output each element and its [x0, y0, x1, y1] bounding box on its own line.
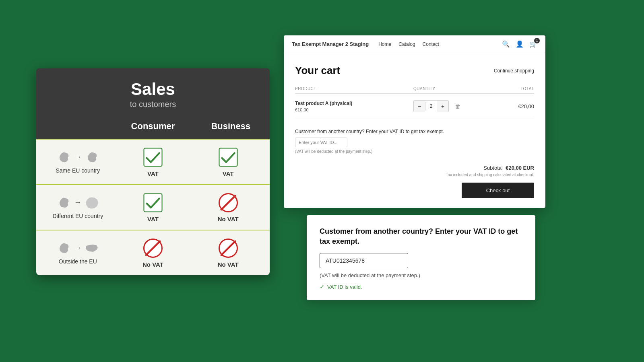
arrow-icon-diff: → [74, 198, 81, 207]
subtotal-value: €20,00 EUR [506, 165, 534, 171]
shop-content: Your cart Continue shopping PRODUCT QUAN… [284, 53, 545, 208]
usa-icon [84, 241, 100, 255]
vat-cell-business-same-eu: VAT [190, 147, 266, 177]
sales-card: Sales to customers Consumer Business → [36, 68, 270, 275]
vat-check-icon-consumer-same [142, 147, 163, 168]
continue-shopping-link[interactable]: Continue shopping [494, 68, 534, 74]
valid-check-icon: ✓ [320, 283, 325, 290]
search-icon[interactable]: 🔍 [502, 40, 510, 48]
germany-icon-right [84, 150, 100, 164]
vat-label-business-outside: No VAT [218, 261, 239, 268]
scenario-same-eu: → Same EU country [40, 150, 116, 174]
cart-table-header: PRODUCT QUANTITY TOTAL [295, 84, 534, 94]
item-total: €20,00 [494, 103, 534, 109]
qty-delete-btn[interactable]: 🗑 [452, 101, 463, 112]
checkout-btn[interactable]: Check out [462, 183, 534, 198]
germany-icon-diff [56, 196, 72, 210]
sales-row-outside-eu: → Outside the EU No VAT [36, 230, 270, 275]
vat-check-icon-business-same [218, 147, 239, 168]
nav-links: Home Catalog Contact [378, 41, 492, 47]
sales-header: Sales to customers [36, 68, 270, 117]
valid-text: VAT ID is valid. [327, 284, 362, 290]
cart-title-row: Your cart Continue shopping [295, 64, 534, 77]
quantity-section: − 2 + 🗑 [413, 100, 494, 112]
vat-cell-business-outside: No VAT [190, 238, 266, 268]
arrow-icon-outside: → [74, 244, 81, 252]
vat-section: Customer from another country? Enter you… [295, 125, 534, 154]
nav-icons: 🔍 👤 🛒 1 [502, 40, 537, 48]
country-icons-same-eu: → [56, 150, 100, 164]
account-icon[interactable]: 👤 [516, 40, 524, 48]
popup-valid-msg: ✓ VAT ID is valid. [320, 283, 522, 290]
vat-note-small: (VAT will be deducted at the payment ste… [295, 149, 534, 154]
germany-icon-outside [56, 241, 72, 255]
quantity-control: − 2 + [413, 100, 449, 112]
shop-nav: Tax Exempt Manager 2 Staging Home Catalo… [284, 35, 545, 53]
shop-card: Tax Exempt Manager 2 Staging Home Catalo… [284, 35, 545, 208]
nav-link-catalog[interactable]: Catalog [398, 41, 415, 47]
cart-item-row: Test product A (physical) €10,00 − 2 + 🗑… [295, 94, 534, 119]
vat-input-small[interactable] [295, 138, 347, 147]
col-total-label: TOTAL [494, 86, 534, 91]
vat-label-consumer-outside: No VAT [142, 261, 163, 268]
eu-other-icon [84, 196, 100, 210]
no-vat-icon-business-diff [218, 192, 239, 213]
cart-title: Your cart [295, 64, 340, 77]
col-quantity-label: QUANTITY [413, 86, 494, 91]
scenario-label-outside: Outside the EU [59, 258, 97, 265]
vat-check-icon-consumer-diff [142, 192, 163, 213]
vat-cell-consumer-same-eu: VAT [116, 147, 191, 177]
no-vat-icon-business-outside [218, 238, 239, 259]
vat-prompt-small: Customer from another country? Enter you… [295, 129, 534, 134]
product-name: Test product A (physical) [295, 101, 413, 106]
vat-cell-consumer-outside: No VAT [116, 238, 191, 268]
vat-label-business-diff: No VAT [218, 216, 239, 222]
product-info: Test product A (physical) €10,00 [295, 101, 413, 112]
cart-subtotal-section: Subtotal €20,00 EUR Tax included and shi… [295, 161, 534, 198]
country-icons-diff-eu: → [56, 196, 100, 210]
popup-vat-input[interactable] [320, 253, 408, 268]
no-vat-icon-consumer-outside [142, 238, 163, 259]
cart-badge: 1 [534, 38, 540, 43]
vat-label-consumer-same: VAT [147, 170, 159, 177]
vat-label-consumer-diff: VAT [147, 216, 159, 222]
shop-brand: Tax Exempt Manager 2 Staging [292, 41, 369, 47]
sales-row-diff-eu: → Different EU country VAT [36, 184, 270, 230]
scenario-label-diff-eu: Different EU country [52, 213, 103, 219]
scenario-outside-eu: → Outside the EU [40, 241, 116, 265]
qty-decrease-btn[interactable]: − [414, 101, 425, 112]
vat-cell-consumer-diff-eu: VAT [116, 192, 191, 222]
col-header-business: Business [192, 121, 270, 132]
vat-cell-business-diff-eu: No VAT [190, 192, 266, 222]
qty-value: 2 [425, 102, 437, 111]
sales-subtitle: to customers [44, 100, 262, 109]
sales-table-body: → Same EU country VAT [36, 139, 270, 275]
vat-label-business-same: VAT [223, 170, 234, 177]
popup-title: Customer from another country? Enter you… [320, 226, 522, 247]
qty-increase-btn[interactable]: + [437, 101, 448, 112]
popup-card: Customer from another country? Enter you… [307, 215, 535, 300]
germany-icon-left [56, 150, 72, 164]
scenario-label-same-eu: Same EU country [56, 167, 100, 174]
product-price: €10,00 [295, 107, 413, 112]
country-icons-outside-eu: → [56, 241, 100, 255]
popup-note: (VAT will be deducted at the payment ste… [320, 272, 522, 278]
nav-link-home[interactable]: Home [378, 41, 391, 47]
sales-row-same-eu: → Same EU country VAT [36, 139, 270, 184]
tax-note: Tax included and shipping calculated at … [295, 173, 534, 177]
subtotal-row: Subtotal €20,00 EUR [295, 165, 534, 171]
scenario-diff-eu: → Different EU country [40, 196, 116, 219]
sales-title: Sales [44, 80, 262, 99]
nav-link-contact[interactable]: Contact [423, 41, 439, 47]
cart-icon[interactable]: 🛒 1 [529, 40, 537, 48]
col-header-consumer: Consumer [114, 121, 192, 132]
col-product-label: PRODUCT [295, 86, 413, 91]
arrow-icon: → [74, 153, 81, 161]
sales-col-headers: Consumer Business [36, 117, 270, 139]
